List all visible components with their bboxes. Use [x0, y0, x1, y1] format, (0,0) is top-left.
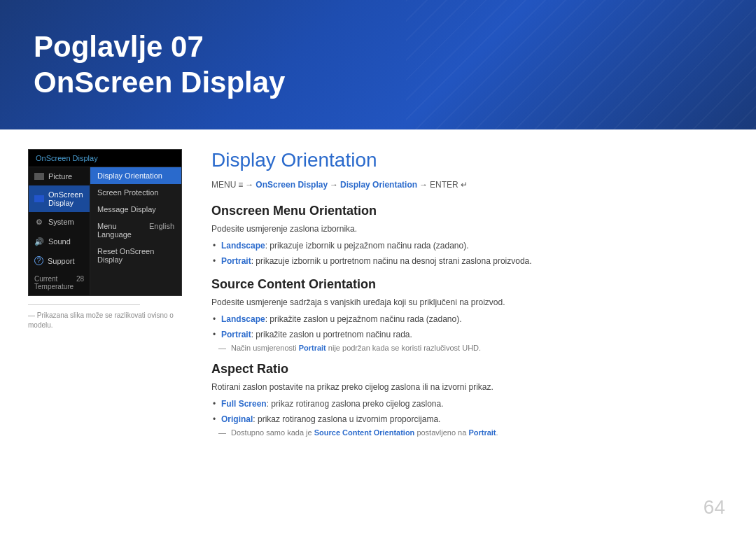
original-text: : prikaz rotiranog zaslona u izvornim pr… — [253, 414, 440, 424]
bc-arrow1: → — [245, 180, 253, 190]
menu-item-screen-protection[interactable]: Screen Protection — [90, 184, 181, 201]
gear-icon: ⚙ — [34, 217, 44, 227]
bc-onscreen: OnScreen Display — [255, 180, 328, 190]
note3-mid: postavljeno na — [414, 428, 468, 437]
section2-bullet2: Portrait: prikažite zaslon u portretnom … — [221, 328, 728, 341]
section2-note: Način usmjerenosti Portrait nije podržan… — [211, 344, 728, 352]
portrait-label-1: Portrait — [221, 256, 251, 266]
nav-item-sound[interactable]: 🔊 Sound — [29, 232, 90, 251]
bc-enter: ENTER — [430, 180, 458, 190]
support-icon: ? — [34, 256, 43, 265]
content-title: Display Orientation — [211, 149, 728, 171]
nav-support-label: Support — [48, 257, 75, 265]
note3-bold1: Source Content Orientation — [314, 428, 415, 437]
sound-icon: 🔊 — [34, 237, 44, 246]
page-number: 64 — [704, 496, 725, 519]
footnote: ― Prikazana slika može se razlikovati ov… — [28, 311, 182, 330]
note3-suffix: . — [496, 428, 498, 437]
nav-picture-label: Picture — [48, 172, 72, 181]
fullscreen-label: Full Screen — [221, 399, 267, 409]
menu-screenshot: OnScreen Display Picture OnScreen Displa… — [28, 149, 182, 296]
note3-bold2: Portrait — [468, 428, 496, 437]
bc-enter-icon: ↵ — [461, 180, 468, 190]
onscreen-icon — [34, 195, 44, 202]
temp-row: Current Temperature 28 — [29, 270, 90, 295]
breadcrumb: MENU ≡ → OnScreen Display → Display Orie… — [211, 180, 728, 190]
menu-item-display-orientation[interactable]: Display Orientation — [90, 167, 181, 184]
header-title: Poglavlje 07 OnScreen Display — [34, 29, 285, 100]
nav-item-picture[interactable]: Picture — [29, 167, 90, 185]
nav-system-label: System — [48, 218, 74, 226]
divider — [28, 304, 140, 305]
note3-prefix: Dostupno samo kada je — [231, 428, 314, 437]
section3-bullet2: Original: prikaz rotiranog zaslona u izv… — [221, 413, 728, 426]
note2-prefix: Način usmjerenosti — [231, 344, 299, 352]
menu-right-items: Display Orientation Screen Protection Me… — [90, 167, 181, 295]
fullscreen-text: : prikaz rotiranog zaslona preko cijelog… — [267, 399, 444, 409]
menu-item-menu-language[interactable]: Menu Language English — [90, 218, 181, 243]
section2-heading: Source Content Orientation — [211, 277, 728, 292]
bc-arrow2: → — [330, 180, 338, 190]
chapter-title: OnScreen Display — [34, 66, 285, 99]
main-content: OnScreen Display Picture OnScreen Displa… — [0, 129, 756, 534]
note2-suffix: nije podržan kada se koristi razlučivost… — [326, 344, 481, 352]
menu-item-message-display[interactable]: Message Display — [90, 201, 181, 218]
section2-desc: Podesite usmjerenje sadržaja s vanjskih … — [211, 296, 728, 309]
section2-bullet1: Landscape: prikažite zaslon u pejzažnom … — [221, 313, 728, 325]
nav-item-system[interactable]: ⚙ System — [29, 212, 90, 232]
nav-item-onscreen[interactable]: OnScreen Display — [29, 185, 90, 212]
nav-sound-label: Sound — [48, 237, 71, 246]
bc-menu-icon: ≡ — [238, 180, 243, 190]
menu-language-value: English — [149, 222, 174, 239]
landscape-label-1: Landscape — [221, 241, 265, 251]
menu-left-nav: Picture OnScreen Display ⚙ System 🔊 — [29, 167, 90, 295]
left-panel: OnScreen Display Picture OnScreen Displa… — [28, 149, 182, 514]
section3-note: Dostupno samo kada je Source Content Ori… — [211, 428, 728, 437]
section1-desc: Podesite usmjerenje zaslona izbornika. — [211, 223, 728, 235]
menu-header: OnScreen Display — [29, 150, 181, 167]
nav-item-support[interactable]: ? Support — [29, 251, 90, 270]
landscape-label-2: Landscape — [221, 314, 265, 324]
temp-label: Current Temperature — [34, 275, 76, 290]
portrait-label-2: Portrait — [221, 330, 251, 339]
section1-bullet1: Landscape: prikazuje izbornik u pejzažno… — [221, 239, 728, 252]
right-panel: Display Orientation MENU ≡ → OnScreen Di… — [204, 149, 728, 514]
section3-bullet1: Full Screen: prikaz rotiranog zaslona pr… — [221, 398, 728, 410]
section1-heading: Onscreen Menu Orientation — [211, 204, 728, 218]
section3-desc: Rotirani zaslon postavite na prikaz prek… — [211, 381, 728, 393]
portrait-text-2: : prikažite zaslon u portretnom načinu r… — [251, 330, 412, 339]
original-label: Original — [221, 414, 253, 424]
menu-item-reset-onscreen[interactable]: Reset OnScreen Display — [90, 243, 181, 268]
bc-menu: MENU — [211, 180, 236, 190]
header-banner: Poglavlje 07 OnScreen Display — [0, 0, 756, 129]
nav-onscreen-label: OnScreen Display — [48, 190, 84, 207]
section3-heading: Aspect Ratio — [211, 362, 728, 377]
landscape-text-2: : prikažite zaslon u pejzažnom načinu ra… — [265, 314, 462, 324]
bc-display-orientation: Display Orientation — [340, 180, 417, 190]
section1-bullet2: Portrait: prikazuje izbornik u portretno… — [221, 255, 728, 267]
picture-icon — [34, 173, 44, 180]
menu-header-label: OnScreen Display — [36, 154, 98, 162]
portrait-text-1: : prikazuje izbornik u portretnom načinu… — [251, 256, 532, 266]
bc-arrow3: → — [419, 180, 428, 190]
temp-value: 28 — [76, 275, 84, 290]
note2-bold: Portrait — [299, 344, 326, 352]
chapter-number: Poglavlje 07 — [34, 30, 204, 63]
menu-sidebar: Picture OnScreen Display ⚙ System 🔊 — [29, 167, 181, 295]
landscape-text-1: : prikazuje izbornik u pejzažnom načinu … — [265, 241, 469, 251]
menu-language-label: Menu Language — [97, 222, 149, 239]
